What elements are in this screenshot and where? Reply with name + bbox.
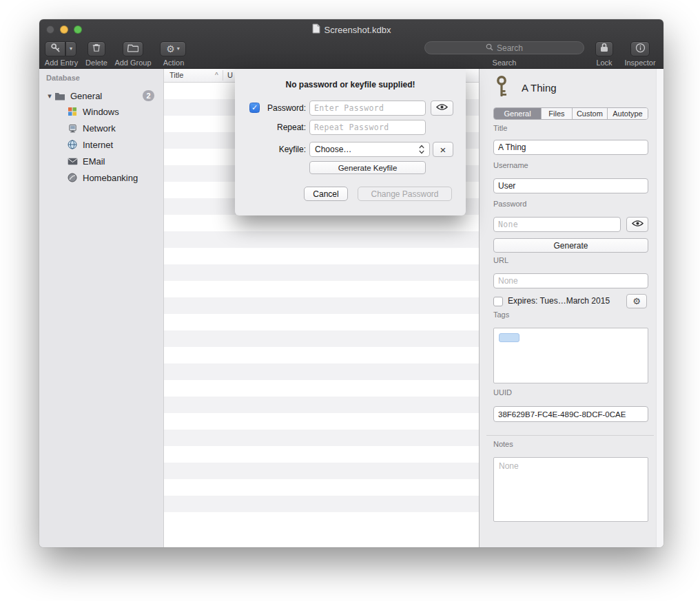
column-header-title[interactable]: Title bbox=[169, 71, 183, 79]
coin-icon bbox=[67, 173, 78, 182]
inspector-divider bbox=[486, 435, 654, 436]
sidebar-item-windows[interactable]: Windows bbox=[39, 103, 163, 120]
change-password-sheet: No password or keyfile supplied! ✓ Passw… bbox=[235, 69, 466, 215]
search-placeholder: Search bbox=[497, 43, 523, 53]
sidebar-item-email[interactable]: EMail bbox=[39, 153, 163, 169]
globe-icon bbox=[67, 140, 78, 149]
inspector-label: Inspector bbox=[620, 59, 660, 67]
titlebar: Screenshot.kdbx bbox=[39, 19, 663, 40]
delete-label: Delete bbox=[79, 59, 114, 67]
sidebar-item-label: Homebanking bbox=[83, 173, 138, 183]
keyfile-label: Keyfile: bbox=[256, 142, 306, 157]
action-label: Action bbox=[157, 59, 190, 67]
sidebar-item-internet[interactable]: Internet bbox=[39, 136, 163, 153]
eye-icon bbox=[632, 220, 644, 229]
notes-field[interactable] bbox=[493, 457, 648, 522]
generate-password-button[interactable]: Generate bbox=[493, 238, 648, 253]
column-divider[interactable] bbox=[223, 70, 223, 81]
expires-label: Expires: Tues…March 2015 bbox=[508, 296, 610, 306]
macpass-window: Screenshot.kdbx ▾ Add Entry Delete Add G… bbox=[39, 19, 663, 547]
tab-custom[interactable]: Custom bbox=[573, 108, 608, 119]
sidebar-item-general[interactable]: ▾ General 2 bbox=[39, 87, 163, 104]
sidebar-item-label: Internet bbox=[83, 140, 113, 150]
password-label: Password: bbox=[256, 101, 306, 116]
inspector-toggle-button[interactable] bbox=[630, 41, 650, 56]
tag-chip[interactable] bbox=[499, 333, 519, 342]
sidebar: Database ▾ General 2 Windows Network bbox=[39, 69, 163, 547]
generate-keyfile-button[interactable]: Generate Keyfile bbox=[309, 161, 426, 174]
title-label: Title bbox=[493, 124, 507, 132]
username-field[interactable] bbox=[493, 178, 648, 193]
add-group-button[interactable] bbox=[123, 41, 143, 56]
username-label: Username bbox=[493, 161, 528, 169]
delete-button[interactable] bbox=[88, 41, 105, 56]
tags-label: Tags bbox=[493, 310, 509, 319]
disclosure-triangle-icon[interactable]: ▾ bbox=[45, 92, 54, 101]
search-input[interactable]: Search bbox=[424, 41, 584, 54]
cancel-button[interactable]: Cancel bbox=[304, 187, 348, 201]
gear-icon: ⚙ bbox=[166, 44, 175, 54]
action-button[interactable]: ⚙ ▾ bbox=[160, 41, 186, 56]
chevron-down-icon: ▾ bbox=[177, 46, 180, 52]
url-label: URL bbox=[493, 256, 508, 264]
reveal-password-button[interactable] bbox=[626, 217, 648, 232]
password-input[interactable] bbox=[309, 101, 426, 116]
network-icon bbox=[67, 124, 78, 133]
sidebar-item-label: EMail bbox=[83, 156, 105, 167]
uuid-field[interactable] bbox=[493, 406, 648, 422]
add-group-label: Add Group bbox=[110, 59, 156, 67]
tab-general[interactable]: General bbox=[494, 108, 542, 119]
popup-chevrons-icon bbox=[419, 145, 424, 154]
add-entry-button[interactable] bbox=[45, 41, 65, 56]
eye-icon bbox=[436, 103, 448, 113]
url-field[interactable] bbox=[493, 273, 648, 288]
key-plus-icon bbox=[50, 43, 61, 56]
envelope-icon bbox=[67, 158, 78, 165]
search-label: Search bbox=[482, 59, 526, 67]
add-entry-label: Add Entry bbox=[42, 59, 81, 67]
sidebar-item-homebanking[interactable]: Homebanking bbox=[39, 169, 163, 186]
lock-button[interactable] bbox=[595, 41, 613, 56]
tab-files[interactable]: Files bbox=[542, 108, 573, 119]
sidebar-item-network[interactable]: Network bbox=[39, 120, 163, 136]
keyfile-popup[interactable]: Choose… bbox=[309, 142, 430, 157]
password-field[interactable] bbox=[493, 217, 621, 232]
info-icon bbox=[635, 43, 646, 56]
repeat-password-input[interactable] bbox=[309, 120, 426, 135]
entry-title: A Thing bbox=[522, 82, 557, 94]
column-header-username[interactable]: U bbox=[227, 71, 233, 79]
window-title: Screenshot.kdbx bbox=[325, 25, 391, 35]
entry-count-badge: 2 bbox=[143, 90, 154, 101]
sidebar-item-label: Network bbox=[83, 123, 116, 134]
inspector-scrollbar[interactable] bbox=[656, 69, 663, 547]
folder-icon bbox=[54, 92, 65, 101]
notes-label: Notes bbox=[493, 440, 513, 448]
keyfile-value: Choose… bbox=[315, 145, 351, 154]
sidebar-section-header: Database bbox=[46, 74, 80, 82]
folder-plus-icon bbox=[127, 43, 138, 55]
sidebar-item-label: Windows bbox=[83, 107, 119, 117]
sidebar-item-label: General bbox=[70, 91, 102, 101]
entry-key-icon bbox=[495, 75, 508, 101]
lock-label: Lock bbox=[587, 59, 621, 67]
password-label: Password bbox=[493, 200, 526, 208]
trash-icon bbox=[92, 43, 101, 55]
keyfile-clear-button[interactable]: × bbox=[433, 142, 453, 157]
title-field[interactable] bbox=[493, 140, 648, 155]
inspector-tabs: General Files Custom Autotype bbox=[493, 107, 648, 120]
uuid-label: UUID bbox=[493, 388, 512, 397]
document-icon bbox=[312, 23, 320, 36]
reveal-password-button[interactable] bbox=[431, 101, 453, 116]
expires-options-button[interactable]: ⚙ bbox=[626, 294, 647, 308]
tab-autotype[interactable]: Autotype bbox=[608, 108, 648, 119]
change-password-button[interactable]: Change Password bbox=[358, 187, 452, 201]
search-icon bbox=[486, 43, 493, 53]
dialog-message: No password or keyfile supplied! bbox=[235, 80, 466, 89]
chevron-down-icon: ▾ bbox=[70, 46, 72, 52]
expires-checkbox[interactable] bbox=[493, 297, 503, 306]
window-chrome: Screenshot.kdbx ▾ Add Entry Delete Add G… bbox=[39, 19, 663, 69]
add-entry-dropdown[interactable]: ▾ bbox=[65, 41, 76, 56]
gear-icon: ⚙ bbox=[632, 297, 641, 306]
tags-box[interactable] bbox=[493, 328, 648, 383]
sort-indicator-icon: ^ bbox=[215, 72, 218, 79]
